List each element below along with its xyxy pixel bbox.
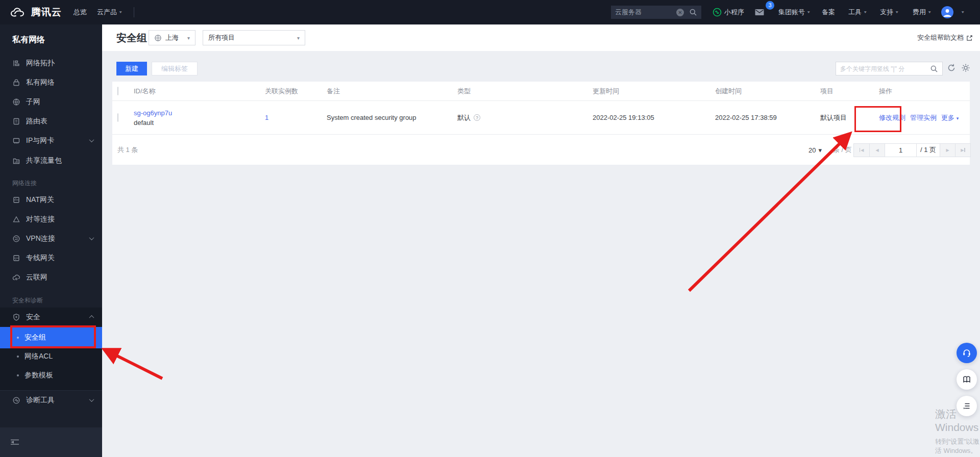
project-filter-select[interactable]: 所有项目 ▾ xyxy=(203,30,305,45)
survey-button[interactable] xyxy=(957,396,977,416)
region-value: 上海 xyxy=(165,33,179,42)
bullet-dot xyxy=(17,374,19,376)
instance-count-link[interactable]: 1 xyxy=(265,114,268,121)
sidebar-item-ip-nic[interactable]: IP与网卡 xyxy=(0,131,102,150)
caret-down-icon: ▾ xyxy=(928,10,931,14)
topbar-search[interactable]: ✕ xyxy=(611,6,701,19)
modify-rules-link[interactable]: 修改规则 xyxy=(879,113,905,122)
external-link-icon xyxy=(966,35,973,41)
first-page-button[interactable]: ◀ xyxy=(854,144,869,157)
region-globe-icon xyxy=(154,34,162,42)
search-icon[interactable] xyxy=(930,65,938,73)
nav-beian[interactable]: 备案 xyxy=(822,0,835,24)
topbar: 腾讯云 总览 云产品 ▾ ✕ 小程序 xyxy=(0,0,980,24)
region-selector[interactable]: 上海 ▾ xyxy=(149,30,195,45)
sidebar-item-subnet[interactable]: 子网 xyxy=(0,92,102,112)
avatar xyxy=(941,6,953,18)
nav-support[interactable]: 支持 ▾ xyxy=(880,0,898,24)
mini-program-entry[interactable]: 小程序 xyxy=(713,0,744,24)
chevron-down-icon xyxy=(90,237,94,241)
sidebar-item-vpn[interactable]: VPN连接 xyxy=(0,229,102,248)
globe-icon xyxy=(12,98,20,106)
caret-down-icon: ▾ xyxy=(957,116,959,121)
nav-overview[interactable]: 总览 xyxy=(74,0,87,24)
nav-billing[interactable]: 费用 ▾ xyxy=(913,0,931,24)
account-menu-caret[interactable]: ▾ xyxy=(962,0,964,24)
nav-group-account[interactable]: 集团账号 ▾ xyxy=(778,0,810,24)
nav-cloud-products[interactable]: 云产品 ▾ xyxy=(97,0,122,24)
sidebar-item-direct-connect[interactable]: 专线网关 xyxy=(0,248,102,268)
sidebar-item-security[interactable]: 安全 xyxy=(0,308,102,327)
edit-tags-button[interactable]: 编辑标签 xyxy=(152,62,198,75)
more-actions-link[interactable]: 更多 ▾ xyxy=(941,113,959,122)
search-icon[interactable] xyxy=(689,8,697,16)
manage-instances-link[interactable]: 管理实例 xyxy=(910,113,937,122)
created-time: 2022-02-25 17:38:59 xyxy=(715,114,820,121)
clear-search-icon[interactable]: ✕ xyxy=(676,9,684,16)
select-all-checkbox[interactable] xyxy=(117,87,118,95)
nav-tools[interactable]: 工具 ▾ xyxy=(848,0,867,24)
sidebar-item-nat[interactable]: NAT网关 xyxy=(0,190,102,210)
col-header-remark: 备注 xyxy=(327,87,457,96)
sidebar-item-param-template[interactable]: 参数模板 xyxy=(0,366,102,385)
sidebar-item-diagnostic[interactable]: 诊断工具 xyxy=(0,391,102,410)
project-cell: 默认项目 xyxy=(820,113,879,122)
security-group-id-link[interactable]: sg-og6ynp7u xyxy=(134,109,172,117)
direct-connect-icon xyxy=(12,254,20,262)
caret-down-icon: ▾ xyxy=(896,10,898,14)
col-header-project: 项目 xyxy=(820,87,879,96)
mail-icon xyxy=(754,8,765,16)
main-content: 安全组 上海 ▾ 所有项目 ▾ 安全组帮助文档 新建 编辑标签 xyxy=(102,24,980,457)
list-search-box[interactable] xyxy=(836,62,943,75)
page-size-select[interactable]: 20 ▾ xyxy=(808,146,822,154)
sidebar-item-vpc[interactable]: 私有网络 xyxy=(0,73,102,92)
document-icon xyxy=(12,117,20,125)
bullet-dot xyxy=(17,337,19,339)
caret-down-icon: ▾ xyxy=(297,35,300,41)
refresh-icon[interactable] xyxy=(947,63,957,73)
caret-down-icon: ▾ xyxy=(864,10,867,14)
row-checkbox[interactable] xyxy=(117,113,118,122)
table-row: sg-og6ynp7u default 1 System created sec… xyxy=(112,101,970,135)
sidebar-item-topology[interactable]: 网络拓扑 xyxy=(0,54,102,73)
survey-list-icon xyxy=(962,401,972,411)
diagnostic-icon xyxy=(12,396,20,404)
customer-service-button[interactable] xyxy=(957,343,977,363)
collapse-sidebar-icon[interactable] xyxy=(10,439,19,446)
updated-time: 2022-02-25 19:13:05 xyxy=(593,114,715,121)
topbar-search-input[interactable] xyxy=(615,9,676,16)
chevron-down-icon xyxy=(90,398,94,402)
logo-text: 腾讯云 xyxy=(31,6,62,19)
page-title: 安全组 xyxy=(116,31,147,45)
next-page-button[interactable]: ▶ xyxy=(940,144,955,157)
mail-badge: 3 xyxy=(766,1,774,10)
documentation-button[interactable] xyxy=(957,369,977,390)
shield-icon xyxy=(12,313,20,321)
sidebar-item-peering[interactable]: 对等连接 xyxy=(0,210,102,229)
per-page-label: 条 / 页 xyxy=(833,145,852,155)
list-search-input[interactable] xyxy=(840,65,930,72)
page-number-input[interactable] xyxy=(888,146,914,154)
book-icon xyxy=(962,374,972,385)
project-filter-value: 所有项目 xyxy=(208,33,235,42)
sidebar-item-network-acl[interactable]: 网络ACL xyxy=(0,347,102,366)
last-page-button[interactable]: ▶ xyxy=(955,144,970,157)
sidebar-item-ccn[interactable]: 云联网 xyxy=(0,268,102,287)
help-question-icon[interactable]: ? xyxy=(474,114,480,121)
sidebar-item-security-group-active[interactable]: 安全组 xyxy=(0,327,102,348)
prev-page-button[interactable]: ◀ xyxy=(869,144,885,157)
mail-entry[interactable] xyxy=(754,0,765,24)
create-button[interactable]: 新建 xyxy=(116,62,147,75)
sidebar-item-shared-traffic[interactable]: 共享流量包 xyxy=(0,151,102,170)
caret-down-icon: ▾ xyxy=(187,35,190,41)
user-avatar[interactable] xyxy=(941,0,953,24)
topology-icon xyxy=(12,59,20,67)
sidebar-item-route-table[interactable]: 路由表 xyxy=(0,112,102,131)
peering-icon xyxy=(12,215,20,223)
settings-gear-icon[interactable] xyxy=(961,63,971,73)
tencent-cloud-logo[interactable]: 腾讯云 xyxy=(9,0,62,24)
security-group-name: default xyxy=(134,119,265,126)
help-doc-link[interactable]: 安全组帮助文档 xyxy=(917,24,973,51)
sidebar-section-network: 网络连接 xyxy=(12,178,37,188)
col-header-type: 类型 xyxy=(457,87,593,96)
